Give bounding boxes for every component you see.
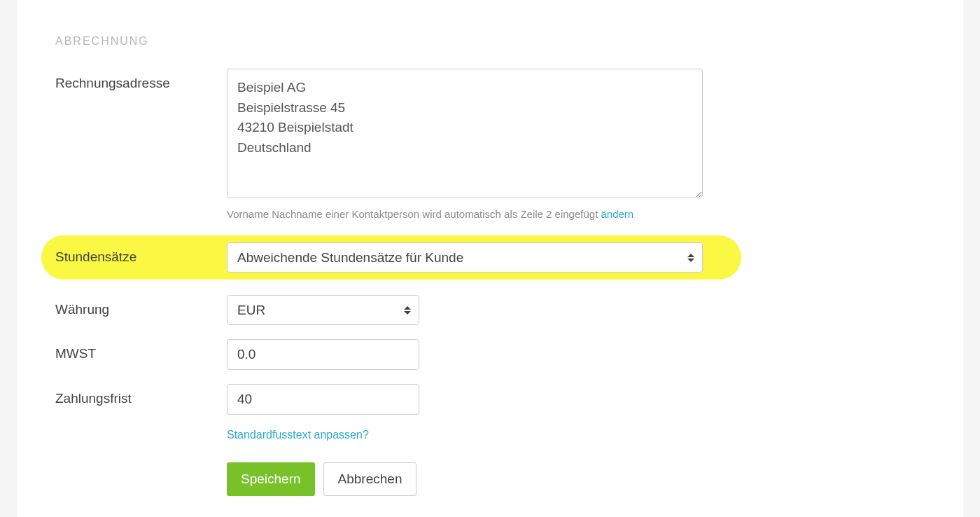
hourly-rates-label: Stundensätze <box>55 242 227 265</box>
section-title: ABRECHNUNG <box>55 35 925 48</box>
currency-row: Währung EUR <box>55 295 925 325</box>
hourly-rates-row: Stundensätze Abweichende Stundensätze fü… <box>55 242 741 273</box>
currency-label: Währung <box>55 295 227 317</box>
billing-address-label: Rechnungsadresse <box>55 69 227 91</box>
payment-due-label: Zahlungsfrist <box>55 384 227 406</box>
cancel-button[interactable]: Abbrechen <box>323 462 417 496</box>
billing-address-hint-text: Vorname Nachname einer Kontaktperson wir… <box>227 208 601 220</box>
vat-label: MWST <box>55 339 227 361</box>
save-button[interactable]: Speichern <box>227 462 315 496</box>
vat-input[interactable] <box>227 339 419 370</box>
billing-address-hint-link[interactable]: ändern <box>601 208 634 220</box>
currency-select[interactable]: EUR <box>227 295 419 325</box>
payment-due-row: Zahlungsfrist <box>55 384 925 415</box>
hourly-rates-highlight: Stundensätze Abweichende Stundensätze fü… <box>41 235 741 280</box>
footer-text-link[interactable]: Standardfusstext anpassen? <box>227 429 369 441</box>
billing-address-textarea[interactable] <box>227 69 703 198</box>
payment-due-input[interactable] <box>227 384 419 415</box>
billing-address-hint: Vorname Nachname einer Kontaktperson wir… <box>227 208 703 220</box>
billing-address-row: Rechnungsadresse Vorname Nachname einer … <box>55 69 925 220</box>
button-row: Speichern Abbrechen <box>227 462 925 496</box>
hourly-rates-select[interactable]: Abweichende Stundensätze für Kunde <box>227 242 703 273</box>
form-panel: ABRECHNUNG Rechnungsadresse Vorname Nach… <box>17 0 963 517</box>
vat-row: MWST <box>55 339 925 370</box>
